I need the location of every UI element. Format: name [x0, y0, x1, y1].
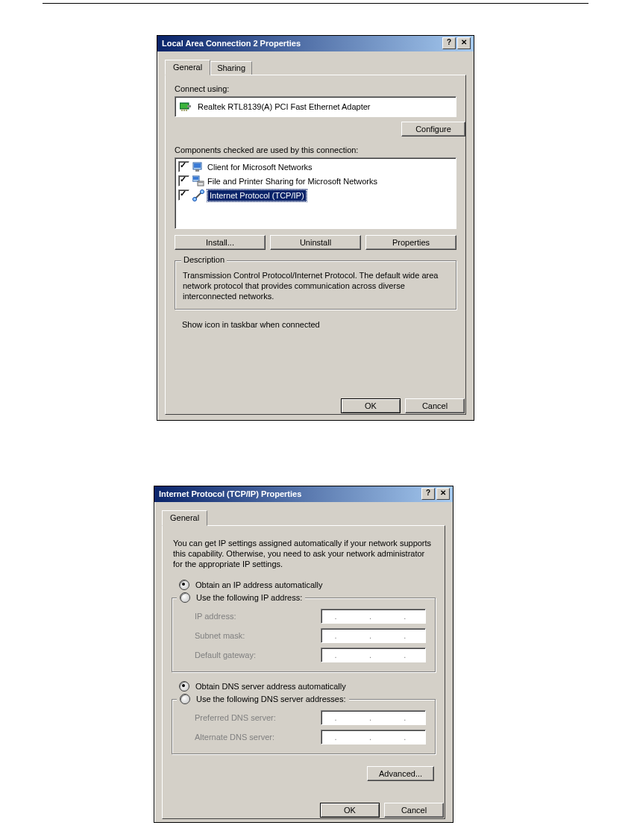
use-ip-radio-row[interactable]: Use the following IP address:: [177, 592, 305, 603]
close-button[interactable]: ✕: [436, 488, 450, 500]
radio-use-ip[interactable]: [180, 592, 190, 603]
list-item-label: Client for Microsoft Networks: [207, 163, 313, 172]
radio-obtain-dns[interactable]: [179, 681, 189, 692]
gateway-input[interactable]: ...: [321, 648, 426, 662]
checkbox[interactable]: [178, 189, 189, 201]
ok-button[interactable]: OK: [320, 803, 380, 818]
adapter-name: Realtek RTL8139(A) PCI Fast Ethernet Ada…: [198, 102, 371, 111]
titlebar[interactable]: Local Area Connection 2 Properties ? ✕: [157, 36, 474, 51]
alt-dns-input[interactable]: ...: [321, 730, 426, 745]
tcpip-properties-dialog: Internet Protocol (TCP/IP) Properties ? …: [154, 486, 453, 823]
svg-rect-7: [194, 163, 201, 168]
list-item[interactable]: Internet Protocol (TCP/IP): [177, 188, 454, 202]
ip-address-label: IP address:: [195, 612, 321, 621]
ip-address-input[interactable]: ...: [321, 609, 426, 624]
ip-group: Use the following IP address: IP address…: [172, 598, 436, 672]
connect-using-label: Connect using:: [175, 84, 456, 93]
obtain-ip-radio-row[interactable]: Obtain an IP address automatically: [179, 580, 436, 590]
uninstall-button[interactable]: Uninstall: [270, 235, 361, 250]
share-icon: [192, 175, 204, 187]
components-label: Components checked are used by this conn…: [175, 145, 456, 154]
info-text: You can get IP settings assigned automat…: [173, 538, 434, 569]
adapter-field: Realtek RTL8139(A) PCI Fast Ethernet Ada…: [175, 96, 456, 117]
alt-dns-label: Alternate DNS server:: [195, 733, 321, 742]
checkbox[interactable]: [178, 175, 189, 187]
obtain-dns-radio-row[interactable]: Obtain DNS server address automatically: [179, 681, 436, 692]
svg-rect-1: [180, 104, 188, 108]
use-ip-label: Use the following IP address:: [196, 593, 302, 602]
svg-rect-4: [183, 109, 185, 111]
list-item-label: Internet Protocol (TCP/IP): [207, 189, 307, 201]
subnet-label: Subnet mask:: [195, 631, 321, 640]
svg-rect-5: [186, 109, 187, 111]
window-title: Internet Protocol (TCP/IP) Properties: [159, 489, 421, 498]
advanced-button[interactable]: Advanced...: [367, 766, 434, 781]
radio-use-dns[interactable]: [180, 694, 190, 704]
page-divider: [43, 3, 588, 4]
gateway-label: Default gateway:: [195, 651, 321, 659]
client-icon: [192, 161, 204, 173]
pref-dns-label: Preferred DNS server:: [195, 713, 321, 722]
svg-rect-8: [195, 169, 199, 172]
install-button[interactable]: Install...: [175, 235, 266, 250]
help-button[interactable]: ?: [421, 488, 435, 500]
svg-rect-12: [198, 182, 203, 183]
cancel-button[interactable]: Cancel: [384, 803, 444, 818]
close-button[interactable]: ✕: [457, 37, 471, 49]
ok-button[interactable]: OK: [341, 398, 401, 413]
tab-general[interactable]: General: [162, 510, 207, 526]
list-item-label: File and Printer Sharing for Microsoft N…: [207, 177, 377, 186]
dns-group: Use the following DNS server addresses: …: [172, 699, 436, 754]
properties-button[interactable]: Properties: [365, 235, 456, 250]
use-dns-radio-row[interactable]: Use the following DNS server addresses:: [177, 694, 349, 704]
pref-dns-input[interactable]: ...: [321, 710, 426, 725]
description-group: Description Transmission Control Protoco…: [175, 260, 456, 310]
description-legend: Description: [181, 255, 227, 264]
svg-point-14: [193, 197, 197, 201]
radio-obtain-ip[interactable]: [179, 580, 189, 590]
svg-rect-2: [187, 105, 191, 107]
components-list[interactable]: Client for Microsoft Networks File and P…: [175, 157, 456, 229]
list-item[interactable]: File and Printer Sharing for Microsoft N…: [177, 174, 454, 188]
svg-rect-10: [193, 177, 198, 180]
svg-rect-11: [198, 181, 204, 186]
list-item[interactable]: Client for Microsoft Networks: [177, 160, 454, 174]
obtain-dns-label: Obtain DNS server address automatically: [195, 682, 346, 691]
taskbar-label: Show icon in taskbar when connected: [182, 320, 320, 329]
cancel-button[interactable]: Cancel: [405, 398, 465, 413]
use-dns-label: Use the following DNS server addresses:: [196, 695, 346, 703]
checkbox[interactable]: [178, 161, 189, 172]
svg-rect-3: [181, 109, 183, 111]
window-title: Local Area Connection 2 Properties: [162, 39, 442, 48]
tab-general[interactable]: General: [165, 60, 210, 75]
obtain-ip-label: Obtain an IP address automatically: [195, 580, 322, 589]
nic-icon: [180, 101, 192, 112]
titlebar[interactable]: Internet Protocol (TCP/IP) Properties ? …: [154, 486, 453, 502]
subnet-input[interactable]: ...: [321, 628, 426, 643]
help-button[interactable]: ?: [442, 37, 456, 49]
svg-point-15: [201, 189, 204, 193]
description-text: Transmission Control Protocol/Internet P…: [183, 270, 448, 301]
configure-button[interactable]: Configure: [401, 122, 465, 137]
protocol-icon: [192, 189, 204, 201]
lan-properties-dialog: Local Area Connection 2 Properties ? ✕ G…: [157, 35, 474, 421]
